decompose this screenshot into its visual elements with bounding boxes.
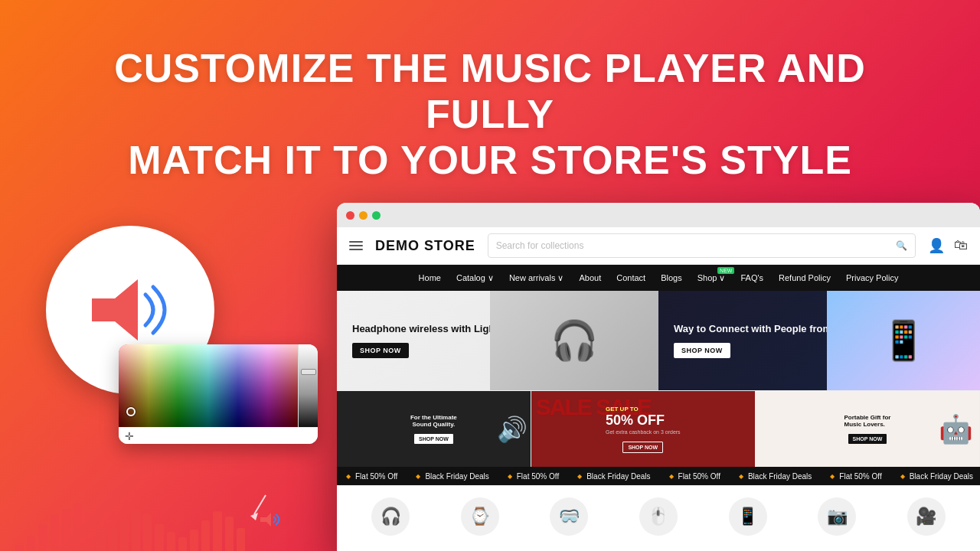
product-card-1-label: For the UltimateSound Quality. <box>410 414 457 428</box>
product-card-2-btn[interactable]: SHOP NOW <box>622 442 663 453</box>
eq-bar <box>62 509 70 551</box>
eq-bar <box>213 511 221 551</box>
eq-bar <box>167 532 175 551</box>
product-icon-mouse[interactable]: 🖱️ <box>639 497 678 536</box>
eq-bar <box>237 528 245 551</box>
store-nav: Home Catalog ∨ New arrivals ∨ About Cont… <box>337 265 980 291</box>
ticker-item: ◆Flat 50% Off <box>498 472 568 481</box>
mouse-image: 🖱️ <box>639 497 678 536</box>
nav-privacy[interactable]: Privacy Policy <box>846 273 898 282</box>
svg-marker-3 <box>260 513 271 527</box>
ticker-item: ◆Black Friday Deals <box>730 472 821 481</box>
brightness-slider-handle[interactable] <box>301 369 316 375</box>
traffic-green[interactable] <box>372 211 381 220</box>
hero-right-btn[interactable]: SHOP NOW <box>674 343 730 358</box>
eq-bar <box>51 514 59 551</box>
store-header: DEMO STORE Search for collections 🔍 👤 🛍 <box>337 227 980 265</box>
ticker-item: ◆Black Friday Deals <box>891 472 980 481</box>
color-picker-card[interactable]: ✛ <box>119 344 318 444</box>
product-icon-camcorder[interactable]: 🎥 <box>907 497 946 536</box>
nav-new-arrivals[interactable]: New arrivals ∨ <box>509 273 564 283</box>
product-card-3: Portable Gift forMusic Lovers. SHOP NOW … <box>756 391 980 467</box>
search-icon[interactable]: 🔍 <box>896 240 907 251</box>
user-icon[interactable]: 👤 <box>928 237 945 254</box>
product-icon-watch[interactable]: ⌚ <box>461 497 499 536</box>
ticker-diamond: ◆ <box>508 473 512 480</box>
hero-section: Headphone wireless with Lightning Chargi… <box>337 291 980 390</box>
ticker-diamond: ◆ <box>830 473 835 480</box>
earbuds-image: 🎧 <box>371 497 410 536</box>
product-icons-row: 🎧 ⌚ 🥽 🖱️ 📱 📷 🎥 <box>337 485 980 546</box>
ticker-bar: ◆Flat 50% Off◆Black Friday Deals◆Flat 50… <box>337 467 980 485</box>
nav-catalog[interactable]: Catalog ∨ <box>456 273 494 283</box>
hero-right-image: 📱 <box>827 291 980 390</box>
nav-contact[interactable]: Contact <box>616 273 645 282</box>
hamburger-menu[interactable] <box>349 241 363 250</box>
product-card-3-image: 🤖 <box>939 413 973 445</box>
eq-bar <box>74 504 82 551</box>
product-icon-phone[interactable]: 📱 <box>729 497 767 536</box>
traffic-red[interactable] <box>346 211 354 220</box>
svg-marker-0 <box>92 279 138 341</box>
new-badge: NEW <box>717 267 734 274</box>
traffic-yellow[interactable] <box>359 211 368 220</box>
product-icon-camera[interactable]: 📷 <box>818 497 856 536</box>
cart-icon[interactable]: 🛍 <box>954 237 968 254</box>
ticker-item: ◆Flat 50% Off <box>337 472 407 481</box>
eq-bar <box>27 536 35 551</box>
eq-bar <box>178 537 187 551</box>
eq-bar <box>15 545 24 551</box>
nav-about[interactable]: About <box>580 273 602 282</box>
browser-titlebar <box>337 203 980 227</box>
ticker-item: ◆Black Friday Deals <box>568 472 659 481</box>
hero-right: Way to Connect with People from All Over… <box>658 291 980 390</box>
product-card-1: For the UltimateSound Quality. SHOP NOW … <box>337 391 531 467</box>
nav-refund[interactable]: Refund Policy <box>779 273 831 282</box>
ticker-diamond: ◆ <box>669 473 674 480</box>
camcorder-image: 🎥 <box>907 497 946 536</box>
speaker-icon <box>80 272 180 348</box>
color-crosshair[interactable] <box>126 407 136 416</box>
headline: CUSTOMIZE THE MUSIC PLAYER AND FULLY MAT… <box>0 46 980 183</box>
eq-bar <box>132 509 140 551</box>
ticker-item: ◆Flat 50% Off <box>660 472 730 481</box>
product-icon-vr[interactable]: 🥽 <box>550 497 588 536</box>
store-search[interactable]: Search for collections 🔍 <box>488 233 916 258</box>
phone-image: 📱 <box>729 497 767 536</box>
store-content: DEMO STORE Search for collections 🔍 👤 🛍 … <box>337 227 980 551</box>
product-card-3-btn[interactable]: SHOP NOW <box>848 434 887 444</box>
ticker-item: ◆Black Friday Deals <box>407 472 498 481</box>
product-card-2-label: GET UP TO50% OFFGet extra cashback on 3 … <box>606 406 681 435</box>
nav-blogs[interactable]: Blogs <box>661 273 682 282</box>
store-icons: 👤 🛍 <box>928 237 968 254</box>
nav-faq[interactable]: FAQ's <box>740 273 763 282</box>
volume-icon-bottom <box>247 491 285 530</box>
ticker-item: ◆Flat 50% Off <box>821 472 890 481</box>
eq-bar <box>38 524 47 551</box>
hero-left: Headphone wireless with Lightning Chargi… <box>337 291 658 390</box>
volume-arrow <box>247 491 285 530</box>
nav-shop[interactable]: Shop ∨ NEW <box>697 273 726 283</box>
store-logo: DEMO STORE <box>375 238 475 254</box>
eq-bar <box>201 520 210 551</box>
vr-image: 🥽 <box>550 497 588 536</box>
ticker-diamond: ◆ <box>739 473 743 480</box>
search-placeholder: Search for collections <box>496 240 584 251</box>
svg-line-1 <box>254 495 266 514</box>
eq-bar <box>96 522 105 551</box>
eq-bar <box>120 519 129 551</box>
product-icon-earbuds[interactable]: 🎧 <box>371 497 410 536</box>
ticker-diamond: ◆ <box>416 473 420 480</box>
hero-left-image: 🎧 <box>490 291 658 390</box>
crosshair-icon: ✛ <box>125 430 134 442</box>
eq-bar <box>190 530 198 551</box>
nav-home[interactable]: Home <box>419 273 441 282</box>
watch-image: ⌚ <box>461 497 499 536</box>
eq-bar <box>109 528 117 551</box>
eq-bar <box>225 517 234 551</box>
product-card-1-image: 🔊 <box>497 415 528 444</box>
product-card-2: SALE SALE GET UP TO50% OFFGet extra cash… <box>531 391 756 467</box>
browser-mockup: DEMO STORE Search for collections 🔍 👤 🛍 … <box>337 203 980 551</box>
hero-left-btn[interactable]: SHOP NOW <box>352 343 409 358</box>
product-card-1-btn[interactable]: SHOP NOW <box>414 434 453 444</box>
